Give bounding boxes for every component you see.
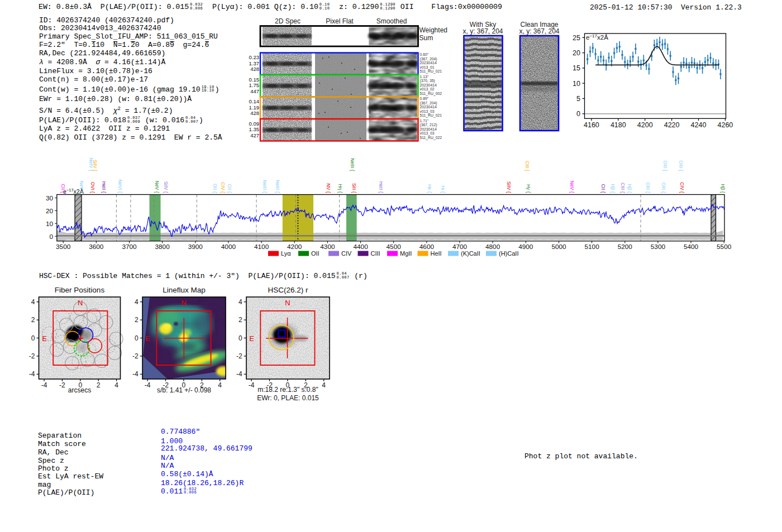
svg-text:0.15: 0.15 <box>249 76 260 83</box>
svg-text:511_RU_002: 511_RU_002 <box>420 92 442 96</box>
svg-text:2: 2 <box>135 316 139 324</box>
svg-text:0: 0 <box>135 334 139 342</box>
svg-text:e−17x2Å: e−17x2Å <box>586 33 608 41</box>
svg-text:OIII {: OIII { <box>661 183 666 193</box>
svg-text:4700: 4700 <box>452 243 468 251</box>
svg-text:NeVI {: NeVI { <box>117 179 123 193</box>
svg-text:4400: 4400 <box>353 243 368 251</box>
svg-text:m:18.2 re:1.3" s:0.8": m:18.2 re:1.3" s:0.8" <box>258 386 318 394</box>
svg-text:4800: 4800 <box>485 243 500 251</box>
svg-text:20230414: 20230414 <box>420 61 437 65</box>
svg-text:(K)CaII: (K)CaII <box>461 250 480 257</box>
svg-text:0: 0 <box>31 334 35 342</box>
svg-text:-2: -2 <box>59 381 65 389</box>
svg-text:0.14: 0.14 <box>249 98 260 104</box>
svg-text:Lyα: Lyα <box>281 250 291 257</box>
svg-text:OIII {: OIII { <box>662 161 668 171</box>
svg-text:1.19: 1.19 <box>249 104 260 111</box>
svg-text:HeII {: HeII { <box>378 181 384 193</box>
svg-text:4: 4 <box>31 298 35 306</box>
svg-text:511_RU_021: 511_RU_021 <box>420 113 442 118</box>
svg-text:Lineflux Map: Lineflux Map <box>163 286 206 294</box>
svg-text:x, y: 367, 204: x, y: 367, 204 <box>462 27 503 35</box>
svg-text:OVI {: OVI { <box>90 182 96 193</box>
svg-text:OIII {: OIII { <box>678 161 684 171</box>
svg-text:EWr: 0, PLAE: 0.015: EWr: 0, PLAE: 0.015 <box>257 394 319 402</box>
svg-text:-4: -4 <box>132 370 139 378</box>
svg-text:4100: 4100 <box>254 243 269 251</box>
svg-text:SiIV {: SiIV { <box>506 181 512 193</box>
svg-text:s/b: 1.41 +/- 0.098: s/b: 1.41 +/- 0.098 <box>157 386 211 394</box>
svg-text:2: 2 <box>239 316 242 324</box>
svg-text:HeII {: HeII { <box>101 181 107 193</box>
svg-text:NeV {: NeV { <box>154 181 160 193</box>
svg-text:OII: OII <box>311 250 320 257</box>
svg-text:1.75: 1.75 <box>249 82 260 88</box>
svg-text:x, y: 367, 204: x, y: 367, 204 <box>519 27 559 35</box>
svg-text:N: N <box>181 299 186 307</box>
svg-text:2: 2 <box>97 381 101 389</box>
svg-text:0: 0 <box>239 334 242 342</box>
svg-text:0.60": 0.60" <box>420 52 429 56</box>
svg-text:30: 30 <box>46 194 54 202</box>
svg-text:SiII {: SiII { <box>351 183 357 193</box>
svg-text:E: E <box>42 334 47 343</box>
svg-text:3600: 3600 <box>89 243 104 251</box>
svg-text:Pixel Flat: Pixel Flat <box>326 17 354 25</box>
svg-text:4: 4 <box>218 381 222 389</box>
svg-text:5300: 5300 <box>651 243 666 251</box>
svg-text:511_RU_022: 511_RU_022 <box>420 136 442 140</box>
svg-text:1.37: 1.37 <box>249 60 260 66</box>
svg-text:4240: 4240 <box>691 121 707 129</box>
svg-text:SiIV {: SiIV { <box>163 181 169 193</box>
svg-text:3700: 3700 <box>122 243 137 251</box>
svg-text:HeII: HeII <box>431 250 442 257</box>
svg-text:Hκ {: Hκ { <box>427 184 432 193</box>
svg-text:2: 2 <box>31 316 35 324</box>
svg-text:NeIII {: NeIII { <box>262 180 268 193</box>
svg-text:Hη {: Hη { <box>337 184 343 193</box>
svg-text:CIV: CIV <box>341 250 352 257</box>
svg-text:20230414: 20230414 <box>420 83 437 87</box>
svg-text:Hβ {: Hβ { <box>610 184 616 193</box>
svg-text:MgII: MgII <box>400 250 412 257</box>
svg-text:10: 10 <box>46 220 54 228</box>
svg-text:-2: -2 <box>29 352 35 360</box>
svg-text:-2: -2 <box>236 352 242 360</box>
svg-text:4000: 4000 <box>221 243 236 251</box>
svg-text:Hβ {: Hβ { <box>720 184 726 193</box>
svg-text:0: 0 <box>576 110 580 118</box>
svg-text:511_RU_021: 511_RU_021 <box>420 69 442 74</box>
svg-text:Hι {: Hι { <box>440 185 446 193</box>
svg-text:5500: 5500 <box>717 243 732 251</box>
svg-text:HSC(26.2) r: HSC(26.2) r <box>268 286 308 294</box>
svg-text:-4: -4 <box>41 381 47 389</box>
svg-text:4500: 4500 <box>387 243 402 251</box>
svg-text:20: 20 <box>46 207 54 215</box>
svg-text:E: E <box>145 334 150 343</box>
svg-text:NeIII {: NeIII { <box>350 158 355 171</box>
svg-text:4300: 4300 <box>320 243 335 251</box>
svg-text:5100: 5100 <box>584 243 599 251</box>
svg-text:Smoothed: Smoothed <box>376 17 407 25</box>
svg-text:4220: 4220 <box>664 121 680 129</box>
svg-text:OIII {: OIII { <box>645 183 651 193</box>
svg-text:4160: 4160 <box>584 121 599 129</box>
svg-text:3800: 3800 <box>155 243 170 251</box>
svg-text:5000: 5000 <box>551 243 566 251</box>
svg-text:CIV {: CIV { <box>220 182 226 193</box>
svg-text:4: 4 <box>115 381 118 389</box>
svg-text:5400: 5400 <box>684 243 699 251</box>
svg-text:Hγ {: Hγ { <box>526 184 531 193</box>
svg-text:CII {: CII { <box>227 184 232 193</box>
svg-text:N: N <box>285 299 290 307</box>
svg-text:Weighted: Weighted <box>419 26 447 34</box>
svg-text:OII {: OII { <box>212 184 218 193</box>
svg-text:3500: 3500 <box>56 243 71 251</box>
svg-text:0.23: 0.23 <box>249 54 260 60</box>
svg-text:427: 427 <box>250 132 259 138</box>
svg-text:2D Spec: 2D Spec <box>275 17 301 25</box>
svg-text:CII {: CII { <box>600 184 606 193</box>
svg-text:428: 428 <box>250 110 259 116</box>
svg-text:NV {: NV { <box>326 183 331 193</box>
